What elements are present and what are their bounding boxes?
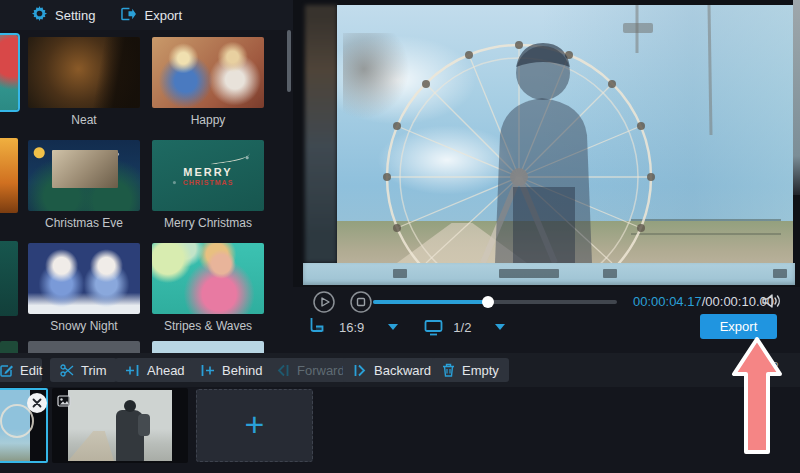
person-silhouette-overlay	[337, 5, 793, 263]
app-window: Setting Export Neat Happy Christmas Eve …	[0, 0, 800, 473]
screen-value: 1/2	[453, 320, 471, 335]
export-icon	[121, 7, 136, 24]
setting-button[interactable]: Setting	[32, 6, 95, 24]
timeline-clip[interactable]	[52, 388, 188, 463]
merry-overlay-text: MERRY	[152, 166, 264, 178]
ahead-label: Ahead	[147, 363, 185, 378]
figure-head-graphic	[124, 400, 136, 412]
screen-dropdown[interactable]	[495, 324, 505, 330]
aspect-ratio-value: 16:9	[339, 320, 364, 335]
remove-clip-button[interactable]	[26, 392, 48, 414]
trash-icon	[442, 363, 455, 377]
top-bar: Setting Export	[0, 0, 293, 30]
path-graphic	[68, 431, 114, 461]
play-button[interactable]	[313, 291, 335, 313]
theme-thumb-partial[interactable]	[152, 341, 264, 353]
clip-timeline: +	[0, 387, 800, 473]
theme-inner-photo	[52, 150, 118, 188]
scissors-icon	[60, 364, 74, 377]
screen-icon	[424, 319, 443, 336]
band-detail	[773, 269, 787, 278]
insert-ahead-icon	[125, 364, 140, 377]
theme-thumb-partial[interactable]	[0, 241, 18, 316]
theme-thumb-christmas-eve[interactable]	[28, 140, 140, 211]
video-blur-edge-right	[793, 0, 800, 195]
theme-label: Stripes & Waves	[152, 319, 264, 333]
theme-thumb-partial[interactable]	[0, 138, 18, 213]
seek-thumb[interactable]	[482, 296, 494, 308]
volume-button[interactable]	[761, 292, 781, 314]
move-forward-icon	[276, 364, 290, 377]
sleigh-graphic	[209, 149, 250, 164]
themes-scrollbar[interactable]	[287, 30, 291, 92]
seek-slider[interactable]	[373, 296, 617, 308]
edit-button[interactable]: Edit	[0, 358, 42, 382]
video-preview[interactable]	[337, 5, 793, 263]
theme-label: Happy	[152, 113, 264, 127]
image-type-icon	[57, 393, 71, 411]
gear-icon	[32, 6, 47, 24]
add-icon: +	[245, 407, 265, 441]
preview-options-row: 16:9 1/2	[310, 314, 505, 340]
merry-overlay-text-2: CHRISTMAS	[152, 179, 264, 186]
theme-thumb-partial-selected[interactable]	[0, 35, 18, 110]
backpack-graphic	[138, 414, 150, 436]
empty-label: Empty	[462, 363, 499, 378]
theme-thumb-merry-christmas[interactable]: MERRY CHRISTMAS	[152, 140, 264, 211]
band-detail	[499, 269, 559, 278]
edit-label: Edit	[20, 363, 42, 378]
theme-thumb-partial[interactable]	[28, 341, 140, 353]
move-backward-icon	[353, 364, 367, 377]
theme-thumb-neat[interactable]	[28, 37, 140, 108]
forward-label: Forward	[297, 363, 345, 378]
theme-thumb-snowy-night[interactable]	[28, 243, 140, 314]
edit-icon	[0, 364, 13, 377]
theme-label: Snowy Night	[28, 319, 140, 333]
timecode: 00:00:04.17/00:00:10.00	[633, 294, 774, 309]
export-menu-button[interactable]: Export	[121, 7, 182, 24]
trim-label: Trim	[81, 363, 107, 378]
ahead-button[interactable]: Ahead	[115, 358, 195, 382]
forward-button[interactable]: Forward	[266, 358, 355, 382]
themes-panel: Neat Happy Christmas Eve MERRY CHRISTMAS…	[0, 30, 293, 353]
theme-thumb-happy[interactable]	[152, 37, 264, 108]
video-blur-edge-left	[305, 5, 337, 263]
behind-label: Behind	[222, 363, 262, 378]
band-detail	[393, 269, 407, 278]
video-bottom-strip	[303, 263, 795, 285]
insert-behind-icon	[200, 364, 215, 377]
trim-button[interactable]: Trim	[50, 358, 117, 382]
export-menu-label: Export	[144, 8, 182, 23]
backward-label: Backward	[374, 363, 431, 378]
add-clip-slot[interactable]: +	[196, 389, 313, 462]
empty-button[interactable]: Empty	[432, 358, 509, 382]
theme-label: Neat	[28, 113, 140, 127]
theme-thumb-stripes-waves[interactable]	[152, 243, 264, 314]
aspect-ratio-icon	[310, 317, 329, 337]
stop-button[interactable]	[350, 291, 372, 313]
band-detail	[603, 269, 617, 278]
seek-fill	[373, 300, 488, 304]
behind-button[interactable]: Behind	[190, 358, 272, 382]
setting-label: Setting	[55, 8, 95, 23]
theme-thumb-partial[interactable]	[0, 341, 18, 353]
theme-label: Christmas Eve	[28, 216, 140, 230]
clip-thumbnail	[68, 390, 172, 461]
edit-toolbar: Edit Trim Ahead Behind Forward	[0, 353, 800, 387]
current-time: 00:00:04.17	[633, 294, 702, 309]
toolbar-pagination: 1/2	[762, 360, 779, 374]
theme-label: Merry Christmas	[152, 216, 264, 230]
export-button[interactable]: Export	[700, 314, 777, 339]
backward-button[interactable]: Backward	[343, 358, 441, 382]
aspect-ratio-dropdown[interactable]	[388, 324, 398, 330]
